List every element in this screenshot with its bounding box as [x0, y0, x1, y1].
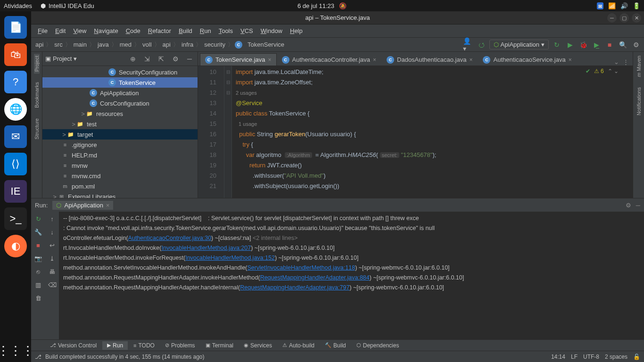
tab-tokenservice-java[interactable]: CTokenService.java× — [200, 53, 277, 66]
tab-close-icon[interactable]: × — [569, 57, 572, 63]
maven-tool-button[interactable]: m Maven — [636, 54, 642, 79]
tab-dadosauthenticacao-java[interactable]: CDadosAuthenticacao.java× — [381, 53, 478, 66]
user-icon[interactable]: 👤▾ — [463, 40, 473, 50]
tab-close-icon[interactable]: × — [373, 57, 376, 63]
stacktrace-link[interactable]: RequestMappingHandlerAdapter.java:797 — [240, 284, 349, 291]
tree-item-resources[interactable]: >📁resources — [42, 108, 198, 119]
battery-icon[interactable]: 🔋 — [633, 2, 640, 9]
coverage-icon[interactable]: ▶̲ — [591, 40, 602, 50]
readonly-lock-icon[interactable]: 🔓 — [633, 354, 640, 360]
layout-icon[interactable]: ▥ — [34, 280, 42, 289]
crumb-voll[interactable]: voll — [141, 41, 153, 49]
tree-item-tokenservice[interactable]: CTokenService — [42, 77, 198, 88]
vcs-update-icon[interactable]: ⭯ — [476, 40, 487, 50]
maximize-button[interactable]: ▢ — [619, 13, 629, 23]
tree-item--gitignore[interactable]: ≡.gitignore — [42, 140, 198, 150]
bookmarks-tool-button[interactable]: Bookmarks — [34, 80, 40, 110]
menu-code[interactable]: Code — [123, 26, 143, 35]
dock-libreoffice-icon[interactable]: 📄 — [4, 16, 27, 39]
run-config-icon[interactable]: 🔧 — [34, 228, 42, 236]
tray-indicator-icon[interactable]: ◙ — [597, 2, 603, 9]
tab-close-icon[interactable]: × — [268, 57, 272, 63]
system-date[interactable]: 6 de jul 11:23 — [297, 2, 334, 9]
line-ending[interactable]: LF — [571, 354, 578, 360]
crumb-med[interactable]: med — [118, 41, 133, 49]
caret-position[interactable]: 14:14 — [551, 354, 565, 360]
tree-item-securityconfiguration[interactable]: CSecurityConfiguration — [42, 67, 198, 77]
tree-item-test[interactable]: >📁test — [42, 119, 198, 129]
stop-icon[interactable]: ■ — [34, 241, 42, 249]
settings-gear-icon[interactable]: ⚙ — [631, 40, 641, 50]
run-icon[interactable]: ▶ — [565, 40, 575, 50]
crumb-main[interactable]: main — [72, 41, 88, 49]
menu-vcs[interactable]: VCS — [238, 26, 256, 35]
crumb-src[interactable]: src — [53, 41, 64, 49]
tool-tab-terminal[interactable]: ▣Terminal — [201, 341, 238, 350]
dock-thunderbird-icon[interactable]: ✉ — [4, 125, 27, 148]
code-editor[interactable]: 101112131415161718192021 ⊟ ⊟⊟ import jav… — [198, 66, 633, 198]
crumb-api[interactable]: api — [34, 41, 45, 49]
rerun-icon[interactable]: ↻ — [552, 40, 562, 50]
panel-settings-icon[interactable]: ⚙ — [170, 54, 181, 64]
expand-arrow-icon[interactable]: > — [71, 121, 76, 128]
stacktrace-link[interactable]: RequestMappingHandlerAdapter.java:884 — [260, 274, 370, 281]
expand-arrow-icon[interactable]: > — [52, 193, 58, 198]
menu-build[interactable]: Build — [176, 26, 195, 35]
menu-view[interactable]: View — [70, 26, 89, 35]
tool-tab-run[interactable]: ▶Run — [102, 341, 128, 350]
tool-tab-auto-build[interactable]: ⚠Auto-build — [278, 341, 319, 350]
tab-close-icon[interactable]: × — [469, 57, 472, 63]
menu-run[interactable]: Run — [197, 26, 214, 35]
panel-hide-icon[interactable]: ─ — [184, 54, 195, 64]
volume-icon[interactable]: 🔊 — [620, 2, 628, 9]
dock-apps-grid-icon[interactable]: ⋮⋮⋮ — [4, 339, 27, 362]
dock-vscode-icon[interactable]: ⟨⟩ — [4, 153, 27, 175]
close-button[interactable]: ✕ — [632, 13, 641, 23]
crumb-infra[interactable]: infra — [180, 41, 195, 49]
tab-authenticacaoservice-java[interactable]: CAuthenticacaoService.java× — [478, 53, 577, 66]
notifications-tool-button[interactable]: Notifications — [636, 85, 642, 117]
stacktrace-link[interactable]: ServletInvocableHandlerMethod.java:118 — [248, 264, 355, 271]
tab-list-icon[interactable]: ⌄ — [614, 58, 619, 66]
crumb-java[interactable]: java — [96, 41, 110, 49]
dock-terminal-icon[interactable]: >_ — [4, 207, 27, 230]
tool-tab-build[interactable]: 🔨Build — [320, 341, 351, 350]
run-console[interactable]: -- [nio-8080-exec-3] o.a.c.c.C.[.[./].[d… — [59, 212, 644, 339]
dock-help-icon[interactable]: ? — [4, 71, 27, 93]
tree-item-external-libraries[interactable]: >⊞External Libraries — [42, 191, 198, 198]
indent-setting[interactable]: 2 spaces — [605, 354, 627, 360]
tool-tab-problems[interactable]: ⊘Problems — [160, 341, 200, 350]
menu-tools[interactable]: Tools — [216, 26, 236, 35]
stacktrace-link[interactable]: InvocableHandlerMethod.java:152 — [185, 255, 275, 261]
dump-threads-icon[interactable]: 📷 — [34, 254, 42, 263]
tool-tab-services[interactable]: ◉Services — [239, 341, 277, 350]
crumb-security[interactable]: security — [203, 41, 227, 49]
dock-postman-icon[interactable]: ◐ — [4, 235, 27, 257]
select-opened-file-icon[interactable]: ⊕ — [128, 54, 138, 64]
activities-label[interactable]: Atividades — [4, 2, 32, 9]
notifications-bell-icon[interactable]: 🔕 — [339, 2, 347, 9]
debug-icon[interactable]: 🐞 — [578, 40, 588, 50]
tree-item-help-md[interactable]: ≡HELP.md — [42, 150, 198, 160]
soft-wrap-icon[interactable]: ↩ — [48, 241, 57, 249]
stacktrace-link[interactable]: InvocableHandlerMethod.java:207 — [161, 245, 251, 251]
scroll-down-icon[interactable]: ↓ — [48, 228, 57, 236]
minimize-button[interactable]: ─ — [607, 13, 617, 23]
crumb-TokenService[interactable]: TokenService — [246, 41, 286, 49]
tab-authenticacaocontroller-java[interactable]: CAuthenticacaoController.java× — [277, 53, 382, 66]
menu-window[interactable]: Window — [258, 26, 285, 35]
run-tab-close-icon[interactable]: × — [106, 202, 110, 209]
crumb-api[interactable]: api — [161, 41, 172, 49]
wifi-icon[interactable]: 📶 — [608, 2, 616, 9]
tool-tab-todo[interactable]: ≡TODO — [129, 341, 159, 350]
dock-chrome-icon[interactable]: 🌐 — [4, 98, 27, 121]
collapse-all-icon[interactable]: ⇱ — [156, 54, 166, 64]
tree-item-corsconfiguration[interactable]: CCorsConfiguration — [42, 98, 198, 108]
run-config-selector[interactable]: ⬡ ApiApplication ▾ — [489, 40, 549, 49]
fold-gutter[interactable]: ⊟ ⊟⊟ — [224, 66, 232, 198]
expand-arrow-icon[interactable]: > — [80, 110, 86, 117]
menu-edit[interactable]: Edit — [52, 26, 68, 35]
tree-item-apiapplication[interactable]: CApiApplication — [42, 88, 198, 98]
expand-arrow-icon[interactable]: > — [61, 131, 67, 138]
rerun-icon[interactable]: ↻ — [34, 214, 42, 223]
